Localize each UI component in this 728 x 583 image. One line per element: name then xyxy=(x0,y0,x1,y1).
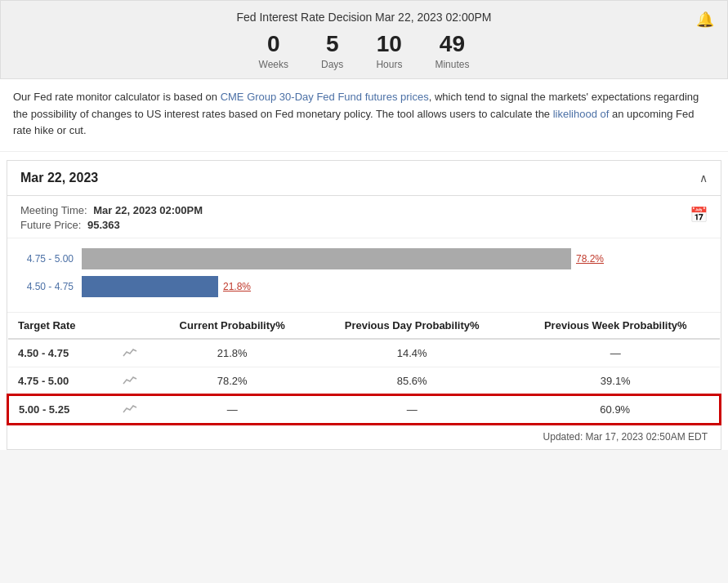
col-header-prev-day: Previous Day Probability% xyxy=(313,313,511,339)
meeting-time-label: Meeting Time: xyxy=(20,204,87,216)
days-label: Days xyxy=(321,59,343,70)
panel-header: Mar 22, 2023 ∧ xyxy=(7,161,721,196)
chart-row-1: 4.75 - 5.00 78.2% xyxy=(20,248,708,269)
chart-bar-1 xyxy=(82,248,571,269)
col-header-target-rate: Target Rate xyxy=(8,313,108,339)
col-header-prev-week: Previous Week Probability% xyxy=(511,313,720,339)
chart-bar-container-2: 21.8% xyxy=(82,276,708,297)
meeting-info: Meeting Time: Mar 22, 2023 02:00PM Futur… xyxy=(7,196,721,238)
weeks-label: Weeks xyxy=(259,59,288,70)
main-panel: Mar 22, 2023 ∧ Meeting Time: Mar 22, 202… xyxy=(7,160,721,450)
cell-current-prob: 78.2% xyxy=(152,367,313,396)
table-row: 4.50 - 4.7521.8%14.4%— xyxy=(8,339,720,367)
cell-prev-day-prob: 14.4% xyxy=(313,339,511,367)
chart-bar-2 xyxy=(82,276,218,297)
chevron-up-icon[interactable]: ∧ xyxy=(699,171,708,185)
table-header-row: Target Rate Current Probability% Previou… xyxy=(8,313,720,339)
hours-label: Hours xyxy=(376,59,402,70)
trend-chart-icon xyxy=(123,403,137,414)
countdown-title: Fed Interest Rate Decision Mar 22, 2023 … xyxy=(17,11,711,24)
countdown-hours: 10 Hours xyxy=(376,32,402,70)
cell-prev-week-prob: — xyxy=(511,339,720,367)
bell-icon[interactable]: 🔔 xyxy=(696,11,714,29)
future-price-label: Future Price: xyxy=(20,219,81,231)
col-header-current: Current Probability% xyxy=(152,313,313,339)
cell-target-rate: 4.50 - 4.75 xyxy=(8,339,108,367)
cell-prev-week-prob: 39.1% xyxy=(511,367,720,396)
minutes-label: Minutes xyxy=(435,59,469,70)
chart-area: 4.75 - 5.00 78.2% 4.50 - 4.75 21.8% xyxy=(7,238,721,313)
table-row: 5.00 - 5.25——60.9% xyxy=(8,395,720,424)
cell-trend-icon xyxy=(108,367,152,396)
meeting-time-value: Mar 22, 2023 02:00PM xyxy=(93,204,203,216)
chart-pct-2: 21.8% xyxy=(223,281,251,292)
future-price-row: Future Price: 95.363 xyxy=(20,219,708,231)
countdown-section: Fed Interest Rate Decision Mar 22, 2023 … xyxy=(0,0,728,79)
cell-target-rate: 5.00 - 5.25 xyxy=(8,395,108,424)
countdown-days: 5 Days xyxy=(321,32,343,70)
cell-prev-day-prob: — xyxy=(313,395,511,424)
cell-prev-day-prob: 85.6% xyxy=(313,367,511,396)
meeting-time-row: Meeting Time: Mar 22, 2023 02:00PM xyxy=(20,204,708,216)
cell-current-prob: — xyxy=(152,395,313,424)
cell-trend-icon xyxy=(108,395,152,424)
chart-pct-1: 78.2% xyxy=(576,253,604,265)
cell-current-prob: 21.8% xyxy=(152,339,313,367)
countdown-minutes: 49 Minutes xyxy=(435,32,469,70)
days-value: 5 xyxy=(326,32,339,57)
hours-value: 10 xyxy=(377,32,402,57)
description-text: Our Fed rate monitor calculator is based… xyxy=(0,79,728,152)
trend-chart-icon xyxy=(123,346,137,358)
table-row: 4.75 - 5.0078.2%85.6%39.1% xyxy=(8,367,720,396)
cell-target-rate: 4.75 - 5.00 xyxy=(8,367,108,396)
cell-prev-week-prob: 60.9% xyxy=(511,395,720,424)
minutes-value: 49 xyxy=(440,32,465,57)
cell-trend-icon xyxy=(108,339,152,367)
countdown-weeks: 0 Weeks xyxy=(259,32,288,70)
chart-row-2: 4.50 - 4.75 21.8% xyxy=(20,276,708,297)
weeks-value: 0 xyxy=(267,32,280,57)
col-header-trend xyxy=(108,313,152,339)
trend-chart-icon xyxy=(123,374,137,385)
calendar-icon[interactable]: 📅 xyxy=(690,206,708,224)
future-price-value: 95.363 xyxy=(87,219,120,231)
cme-link[interactable]: CME Group 30-Day Fed Fund futures prices xyxy=(221,91,429,103)
chart-bar-container-1: 78.2% xyxy=(82,248,708,269)
chart-label-2: 4.50 - 4.75 xyxy=(20,281,82,292)
panel-title: Mar 22, 2023 xyxy=(20,171,98,185)
likelihood-link[interactable]: likelihood of xyxy=(553,108,610,120)
probability-table: Target Rate Current Probability% Previou… xyxy=(7,313,721,425)
page-container: Fed Interest Rate Decision Mar 22, 2023 … xyxy=(0,0,728,450)
countdown-numbers: 0 Weeks 5 Days 10 Hours 49 Minutes xyxy=(17,32,711,70)
updated-text: Updated: Mar 17, 2023 02:50AM EDT xyxy=(543,431,708,443)
updated-row: Updated: Mar 17, 2023 02:50AM EDT xyxy=(7,425,721,449)
chart-label-1: 4.75 - 5.00 xyxy=(20,253,82,265)
